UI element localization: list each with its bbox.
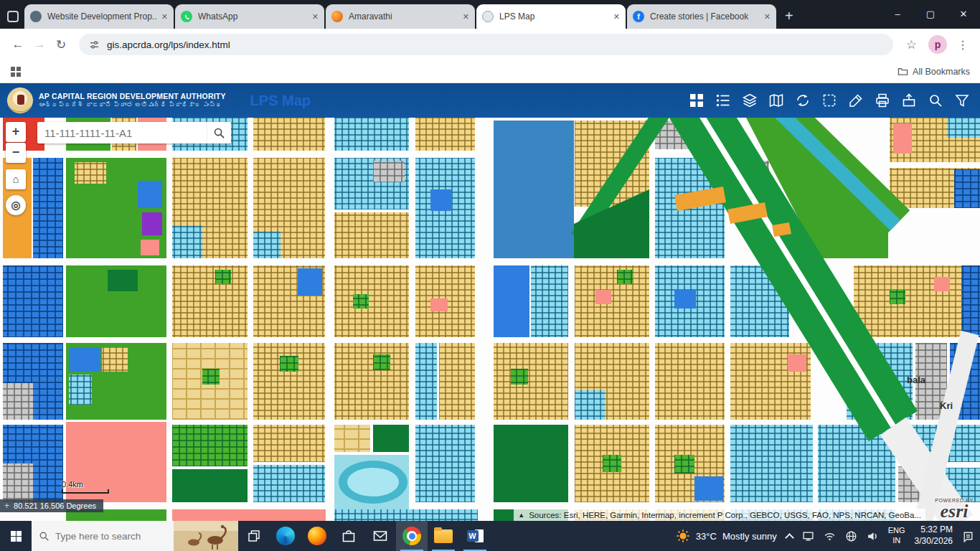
store-taskbar-icon[interactable] xyxy=(333,521,364,551)
draw-icon[interactable] xyxy=(848,93,864,108)
display-icon[interactable] xyxy=(802,530,814,542)
parcel-search-button[interactable] xyxy=(207,122,231,143)
weather-widget[interactable]: 33°C Mostly sunny xyxy=(676,529,777,543)
map-parcel-block[interactable] xyxy=(202,369,220,385)
map-parcel-block[interactable] xyxy=(172,265,248,337)
mail-taskbar-icon[interactable] xyxy=(364,521,396,551)
map-parcel-block[interactable] xyxy=(854,265,980,337)
back-icon[interactable]: ← xyxy=(7,37,29,52)
taskbar-search-box[interactable] xyxy=(32,521,238,551)
map-parcel-block[interactable] xyxy=(575,390,605,420)
map-parcel-block[interactable] xyxy=(439,343,475,420)
map-parcel-block[interactable] xyxy=(172,425,248,466)
wifi-icon[interactable] xyxy=(824,530,836,542)
task-view-button[interactable] xyxy=(238,521,270,551)
map-canvas[interactable]: balaKri + − ⌂ ◎ 0.4km + 80.521 16.506 De… xyxy=(0,118,980,521)
map-parcel-block[interactable] xyxy=(511,369,528,385)
apps-grid-icon[interactable] xyxy=(10,66,22,77)
map-parcel-block[interactable] xyxy=(172,225,202,258)
tab-lps-map-active[interactable]: LPS Map ✕ xyxy=(476,4,626,29)
map-parcel-block[interactable] xyxy=(531,265,568,337)
sync-icon[interactable] xyxy=(795,93,811,108)
basemap-gallery-icon[interactable] xyxy=(689,93,705,108)
tray-chevron-up-icon[interactable] xyxy=(785,533,794,542)
map-parcel-block[interactable] xyxy=(253,465,325,502)
tab-whatsapp[interactable]: WhatsApp ✕ xyxy=(175,4,324,29)
map-parcel-block[interactable] xyxy=(334,425,370,452)
home-button[interactable]: ⌂ xyxy=(6,169,26,189)
taskbar-search-input[interactable] xyxy=(55,531,149,542)
map-parcel-block[interactable] xyxy=(494,265,529,337)
map-parcel-block[interactable] xyxy=(415,343,437,420)
map-parcel-block[interactable] xyxy=(730,425,813,502)
word-taskbar-icon[interactable]: W xyxy=(459,521,491,551)
file-explorer-taskbar-icon[interactable] xyxy=(428,521,459,551)
action-center-icon[interactable] xyxy=(962,530,974,542)
map-parcel-block[interactable] xyxy=(253,343,325,420)
filter-icon[interactable] xyxy=(954,93,970,108)
taskbar-clock[interactable]: 5:32 PM 3/30/2026 xyxy=(915,524,953,547)
tab-website-development[interactable]: Website Development Prop... ✕ xyxy=(24,4,174,29)
map-parcel-block[interactable] xyxy=(603,455,621,472)
extent-icon[interactable] xyxy=(821,93,837,108)
map-parcel-block[interactable] xyxy=(934,277,950,291)
layers-icon[interactable] xyxy=(742,93,758,108)
legend-icon[interactable] xyxy=(715,93,731,108)
map-parcel-block[interactable] xyxy=(298,268,322,296)
coords-handle-icon[interactable]: + xyxy=(4,501,9,511)
map-parcel-block[interactable] xyxy=(494,425,568,502)
map-parcel-block[interactable] xyxy=(694,476,723,501)
map-parcel-block[interactable] xyxy=(102,347,128,372)
map-parcel-block[interactable] xyxy=(430,189,452,211)
url-bar[interactable]: gis.apcrda.org/lps/index.html xyxy=(79,34,893,55)
map-parcel-block[interactable] xyxy=(334,343,409,420)
site-info-icon[interactable] xyxy=(89,39,100,50)
map-parcel-block[interactable] xyxy=(674,455,694,474)
zoom-in-button[interactable]: + xyxy=(6,122,26,142)
map-parcel-block[interactable] xyxy=(373,425,409,452)
forward-icon[interactable]: → xyxy=(29,37,50,52)
map-parcel-block[interactable] xyxy=(494,343,568,420)
tab-close-icon[interactable]: ✕ xyxy=(613,12,620,22)
map-parcel-block[interactable] xyxy=(69,347,100,372)
parcel-map[interactable]: balaKri xyxy=(0,118,980,521)
map-parcel-block[interactable] xyxy=(172,509,326,521)
volume-icon[interactable] xyxy=(867,530,879,542)
reload-icon[interactable]: ↻ xyxy=(50,37,72,52)
map-parcel-block[interactable] xyxy=(655,343,725,420)
search-highlight-image[interactable] xyxy=(174,521,238,551)
map-parcel-block[interactable] xyxy=(373,354,390,370)
maximize-button[interactable]: ▢ xyxy=(914,0,947,29)
map-parcel-block[interactable] xyxy=(788,354,806,372)
basemap-icon[interactable] xyxy=(768,93,784,108)
map-parcel-block[interactable] xyxy=(75,162,106,184)
zoom-out-button[interactable]: − xyxy=(6,143,26,163)
map-parcel-block[interactable] xyxy=(215,270,231,284)
close-button[interactable]: ✕ xyxy=(947,0,980,29)
map-parcel-block[interactable] xyxy=(575,265,649,337)
map-parcel-block[interactable] xyxy=(430,298,448,311)
tab-close-icon[interactable]: ✕ xyxy=(463,12,469,22)
all-bookmarks-button[interactable]: All Bookmarks xyxy=(897,66,970,77)
map-parcel-block[interactable] xyxy=(334,118,409,151)
map-parcel-block[interactable] xyxy=(253,118,325,151)
map-parcel-block[interactable] xyxy=(494,121,574,258)
map-parcel-block[interactable] xyxy=(3,463,33,502)
export-icon[interactable] xyxy=(901,93,917,108)
map-parcel-block[interactable] xyxy=(353,294,369,309)
tab-close-icon[interactable]: ✕ xyxy=(161,12,168,22)
map-parcel-block[interactable] xyxy=(334,509,478,521)
map-parcel-block[interactable] xyxy=(138,181,162,208)
map-parcel-block[interactable] xyxy=(415,118,475,151)
locate-button[interactable]: ◎ xyxy=(6,195,26,215)
map-parcel-block[interactable] xyxy=(373,161,405,182)
map-parcel-block[interactable] xyxy=(108,270,138,291)
map-parcel-block[interactable] xyxy=(253,425,325,462)
map-parcel-block[interactable] xyxy=(172,469,248,502)
parcel-search-input[interactable] xyxy=(37,127,207,139)
map-parcel-block[interactable] xyxy=(253,231,281,258)
map-parcel-block[interactable] xyxy=(69,375,92,405)
globe-icon[interactable] xyxy=(845,530,857,542)
map-parcel-block[interactable] xyxy=(142,212,162,235)
search-tool-icon[interactable] xyxy=(928,93,943,108)
